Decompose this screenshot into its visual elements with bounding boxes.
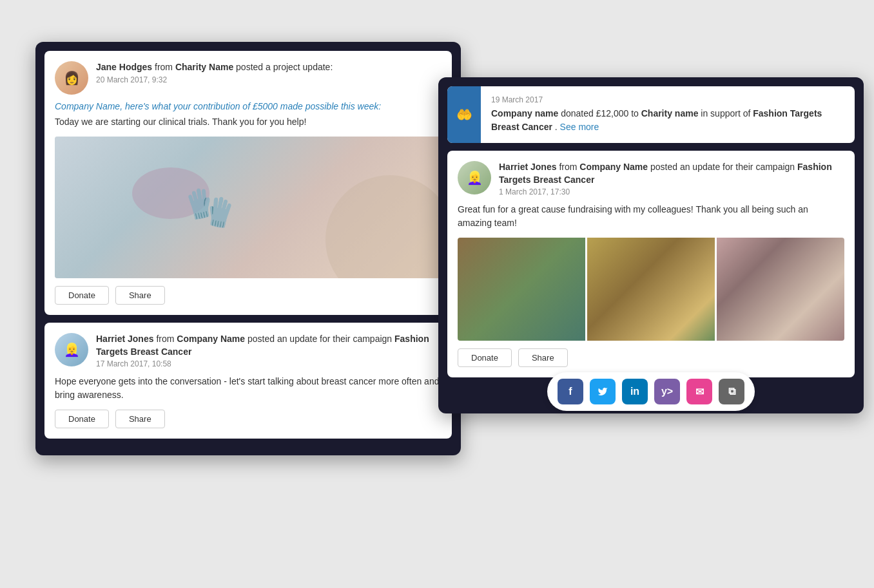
update-name-line: Harriet Jones from Company Name posted a… [499, 161, 844, 186]
twitter-button[interactable] [590, 379, 616, 404]
share-button-2[interactable]: Share [115, 410, 165, 428]
hands-icon: 🤲 [456, 107, 472, 122]
linkedin-button[interactable]: in [622, 379, 648, 404]
right-wrapper: 🤲 19 March 2017 Company name donated £12… [447, 86, 855, 404]
card-body: Today we are starting our clinical trial… [55, 115, 442, 129]
update-card-actions: Donate Share [458, 348, 844, 367]
donation-content: 19 March 2017 Company name donated £12,0… [481, 86, 855, 143]
card-header-2: 👱‍♀️ Harriet Jones from Company Name pos… [55, 333, 442, 368]
from-text: from [155, 62, 173, 72]
card-harriet-jones: 👱‍♀️ Harriet Jones from Company Name pos… [44, 323, 452, 439]
card-actions-2: Donate Share [55, 410, 442, 428]
social-share-bar: f in y> ✉ ⧉ [547, 372, 755, 411]
share-button[interactable]: Share [115, 286, 165, 305]
grid-image-3 [717, 238, 844, 341]
yammer-button[interactable]: y> [654, 379, 680, 404]
copy-button[interactable]: ⧉ [719, 379, 744, 404]
recipient-charity: Charity name [641, 108, 699, 119]
update-company: Company Name [579, 162, 648, 172]
donate-button[interactable]: Donate [55, 286, 109, 305]
card-actions: Donate Share [55, 286, 442, 305]
name-line-2: Harriet Jones from Company Name posted a… [96, 333, 442, 358]
donate-button-3[interactable]: Donate [458, 348, 512, 367]
donation-text: Company name donated £12,000 to Charity … [491, 107, 844, 134]
see-more-link[interactable]: See more [560, 122, 599, 132]
update-header-text: Harriet Jones from Company Name posted a… [499, 161, 844, 196]
card-header: 👩 Jane Hodges from Charity Name posted a… [55, 61, 442, 95]
email-button[interactable]: ✉ [686, 379, 712, 404]
update-body: Great fun for a great cause fundraising … [458, 203, 844, 230]
image-grid [458, 238, 844, 341]
donate-button-2[interactable]: Donate [55, 410, 109, 428]
charity-name: Charity Name [175, 62, 233, 72]
avatar-jane: 👩 [55, 61, 88, 95]
glove-icon: 🧤 [186, 185, 234, 231]
avatar-harriet: 👱‍♀️ [55, 333, 88, 366]
card-jane-hodges: 👩 Jane Hodges from Charity Name posted a… [44, 51, 452, 315]
card-body-2: Hope everyone gets into the conversation… [55, 375, 442, 402]
avatar-harriet-2: 👱‍♀️ [458, 161, 491, 194]
grid-image-1 [458, 238, 585, 341]
timestamp-2: 17 March 2017, 10:58 [96, 359, 442, 368]
facebook-button[interactable]: f [558, 379, 583, 404]
left-screen: 👩 Jane Hodges from Charity Name posted a… [35, 42, 461, 455]
update-card-harriet: 👱‍♀️ Harriet Jones from Company Name pos… [447, 151, 855, 377]
donor-company: Company name [491, 108, 558, 119]
grid-image-2 [587, 238, 715, 341]
donation-amount: £12,000 [596, 108, 629, 119]
update-card-header: 👱‍♀️ Harriet Jones from Company Name pos… [458, 161, 844, 196]
header-text: Jane Hodges from Charity Name posted a p… [96, 61, 442, 84]
company-name-2: Company Name [177, 334, 245, 344]
lab-image-container: 🧤 [55, 137, 442, 278]
author-name: Jane Hodges [96, 62, 152, 72]
update-author: Harriet Jones [499, 162, 556, 172]
author-name-2: Harriet Jones [96, 334, 153, 344]
donation-date: 19 March 2017 [491, 95, 844, 104]
italic-intro: Company Name, here's what your contribut… [55, 101, 442, 111]
header-text-2: Harriet Jones from Company Name posted a… [96, 333, 442, 368]
donation-icon-container: 🤲 [447, 86, 481, 143]
name-line: Jane Hodges from Charity Name posted a p… [96, 61, 442, 74]
action-text: posted a project update: [236, 62, 333, 72]
right-screen: 🤲 19 March 2017 Company name donated £12… [438, 77, 864, 413]
donation-card: 🤲 19 March 2017 Company name donated £12… [447, 86, 855, 143]
lab-image: 🧤 [55, 137, 442, 278]
update-timestamp: 1 March 2017, 17:30 [499, 187, 844, 196]
share-button-3[interactable]: Share [518, 348, 568, 367]
timestamp: 20 March 2017, 9:32 [96, 75, 442, 84]
